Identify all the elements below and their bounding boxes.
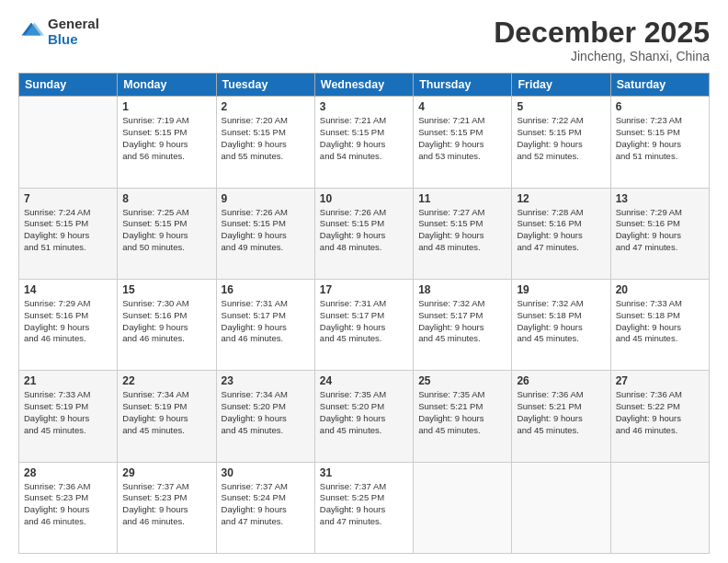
cell-content: Sunrise: 7:36 AM Sunset: 5:23 PM Dayligh… <box>24 481 112 528</box>
day-number: 22 <box>122 374 210 387</box>
calendar-cell: 16Sunrise: 7:31 AM Sunset: 5:17 PM Dayli… <box>216 279 314 370</box>
calendar-cell: 28Sunrise: 7:36 AM Sunset: 5:23 PM Dayli… <box>19 462 118 553</box>
day-number: 20 <box>616 283 704 296</box>
cell-content: Sunrise: 7:31 AM Sunset: 5:17 PM Dayligh… <box>320 298 408 345</box>
logo: General Blue <box>18 17 99 47</box>
day-number: 18 <box>418 283 506 296</box>
calendar-cell: 4Sunrise: 7:21 AM Sunset: 5:15 PM Daylig… <box>414 97 512 188</box>
calendar-cell: 30Sunrise: 7:37 AM Sunset: 5:24 PM Dayli… <box>216 462 314 553</box>
month-title: December 2025 <box>494 17 710 49</box>
calendar-cell: 15Sunrise: 7:30 AM Sunset: 5:16 PM Dayli… <box>118 279 216 370</box>
day-number: 3 <box>320 100 408 113</box>
calendar-cell: 23Sunrise: 7:34 AM Sunset: 5:20 PM Dayli… <box>216 371 314 462</box>
calendar-cell: 6Sunrise: 7:23 AM Sunset: 5:15 PM Daylig… <box>610 97 709 188</box>
day-number: 1 <box>122 100 210 113</box>
cell-content: Sunrise: 7:21 AM Sunset: 5:15 PM Dayligh… <box>320 115 408 162</box>
calendar-cell: 2Sunrise: 7:20 AM Sunset: 5:15 PM Daylig… <box>216 97 314 188</box>
week-row-4: 21Sunrise: 7:33 AM Sunset: 5:19 PM Dayli… <box>19 371 710 462</box>
day-number: 19 <box>517 283 605 296</box>
day-number: 10 <box>320 192 408 205</box>
cell-content: Sunrise: 7:36 AM Sunset: 5:21 PM Dayligh… <box>517 389 605 436</box>
cell-content: Sunrise: 7:26 AM Sunset: 5:15 PM Dayligh… <box>320 207 408 254</box>
calendar-cell: 24Sunrise: 7:35 AM Sunset: 5:20 PM Dayli… <box>314 371 413 462</box>
calendar-cell: 8Sunrise: 7:25 AM Sunset: 5:15 PM Daylig… <box>118 188 216 279</box>
calendar-cell: 19Sunrise: 7:32 AM Sunset: 5:18 PM Dayli… <box>512 279 610 370</box>
day-number: 27 <box>616 374 704 387</box>
header-day-tuesday: Tuesday <box>216 74 314 97</box>
day-number: 12 <box>517 192 605 205</box>
cell-content: Sunrise: 7:33 AM Sunset: 5:18 PM Dayligh… <box>616 298 704 345</box>
cell-content: Sunrise: 7:20 AM Sunset: 5:15 PM Dayligh… <box>222 115 310 162</box>
cell-content: Sunrise: 7:36 AM Sunset: 5:22 PM Dayligh… <box>616 389 704 436</box>
calendar-cell: 25Sunrise: 7:35 AM Sunset: 5:21 PM Dayli… <box>414 371 512 462</box>
day-number: 8 <box>122 192 210 205</box>
cell-content: Sunrise: 7:30 AM Sunset: 5:16 PM Dayligh… <box>122 298 210 345</box>
calendar-cell: 18Sunrise: 7:32 AM Sunset: 5:17 PM Dayli… <box>414 279 512 370</box>
cell-content: Sunrise: 7:34 AM Sunset: 5:20 PM Dayligh… <box>222 389 310 436</box>
week-row-3: 14Sunrise: 7:29 AM Sunset: 5:16 PM Dayli… <box>19 279 710 370</box>
calendar-cell: 11Sunrise: 7:27 AM Sunset: 5:15 PM Dayli… <box>414 188 512 279</box>
calendar-cell: 20Sunrise: 7:33 AM Sunset: 5:18 PM Dayli… <box>610 279 709 370</box>
cell-content: Sunrise: 7:34 AM Sunset: 5:19 PM Dayligh… <box>122 389 210 436</box>
day-number: 4 <box>418 100 506 113</box>
day-number: 7 <box>24 192 112 205</box>
cell-content: Sunrise: 7:19 AM Sunset: 5:15 PM Dayligh… <box>122 115 210 162</box>
day-number: 17 <box>320 283 408 296</box>
day-number: 14 <box>24 283 112 296</box>
calendar-cell <box>610 462 709 553</box>
header: General Blue December 2025 Jincheng, Sha… <box>18 17 710 63</box>
day-number: 9 <box>222 192 310 205</box>
cell-content: Sunrise: 7:35 AM Sunset: 5:20 PM Dayligh… <box>320 389 408 436</box>
day-number: 30 <box>222 466 310 479</box>
header-day-sunday: Sunday <box>19 74 118 97</box>
cell-content: Sunrise: 7:31 AM Sunset: 5:17 PM Dayligh… <box>222 298 310 345</box>
day-number: 29 <box>122 466 210 479</box>
cell-content: Sunrise: 7:37 AM Sunset: 5:23 PM Dayligh… <box>122 481 210 528</box>
calendar-cell: 29Sunrise: 7:37 AM Sunset: 5:23 PM Dayli… <box>118 462 216 553</box>
calendar-cell: 5Sunrise: 7:22 AM Sunset: 5:15 PM Daylig… <box>512 97 610 188</box>
calendar-cell: 10Sunrise: 7:26 AM Sunset: 5:15 PM Dayli… <box>314 188 413 279</box>
calendar-cell: 27Sunrise: 7:36 AM Sunset: 5:22 PM Dayli… <box>610 371 709 462</box>
week-row-2: 7Sunrise: 7:24 AM Sunset: 5:15 PM Daylig… <box>19 188 710 279</box>
calendar-cell: 22Sunrise: 7:34 AM Sunset: 5:19 PM Dayli… <box>118 371 216 462</box>
calendar-cell: 9Sunrise: 7:26 AM Sunset: 5:15 PM Daylig… <box>216 188 314 279</box>
header-day-thursday: Thursday <box>414 74 512 97</box>
logo-general: General <box>48 17 99 32</box>
cell-content: Sunrise: 7:35 AM Sunset: 5:21 PM Dayligh… <box>418 389 506 436</box>
title-block: December 2025 Jincheng, Shanxi, China <box>494 17 710 63</box>
day-number: 21 <box>24 374 112 387</box>
cell-content: Sunrise: 7:25 AM Sunset: 5:15 PM Dayligh… <box>122 207 210 254</box>
calendar-cell: 3Sunrise: 7:21 AM Sunset: 5:15 PM Daylig… <box>314 97 413 188</box>
cell-content: Sunrise: 7:21 AM Sunset: 5:15 PM Dayligh… <box>418 115 506 162</box>
cell-content: Sunrise: 7:24 AM Sunset: 5:15 PM Dayligh… <box>24 207 112 254</box>
header-row: SundayMondayTuesdayWednesdayThursdayFrid… <box>19 74 710 97</box>
calendar-cell <box>512 462 610 553</box>
logo-blue: Blue <box>48 32 99 48</box>
week-row-1: 1Sunrise: 7:19 AM Sunset: 5:15 PM Daylig… <box>19 97 710 188</box>
calendar-cell <box>19 97 118 188</box>
logo-text: General Blue <box>48 17 99 47</box>
cell-content: Sunrise: 7:32 AM Sunset: 5:17 PM Dayligh… <box>418 298 506 345</box>
header-day-wednesday: Wednesday <box>314 74 413 97</box>
location: Jincheng, Shanxi, China <box>494 49 710 63</box>
calendar-cell: 17Sunrise: 7:31 AM Sunset: 5:17 PM Dayli… <box>314 279 413 370</box>
calendar-cell: 1Sunrise: 7:19 AM Sunset: 5:15 PM Daylig… <box>118 97 216 188</box>
day-number: 26 <box>517 374 605 387</box>
day-number: 15 <box>122 283 210 296</box>
cell-content: Sunrise: 7:22 AM Sunset: 5:15 PM Dayligh… <box>517 115 605 162</box>
day-number: 23 <box>222 374 310 387</box>
day-number: 2 <box>222 100 310 113</box>
calendar-cell: 13Sunrise: 7:29 AM Sunset: 5:16 PM Dayli… <box>610 188 709 279</box>
day-number: 13 <box>616 192 704 205</box>
header-day-monday: Monday <box>118 74 216 97</box>
day-number: 28 <box>24 466 112 479</box>
calendar-cell: 12Sunrise: 7:28 AM Sunset: 5:16 PM Dayli… <box>512 188 610 279</box>
header-day-saturday: Saturday <box>610 74 709 97</box>
calendar-cell: 26Sunrise: 7:36 AM Sunset: 5:21 PM Dayli… <box>512 371 610 462</box>
week-row-5: 28Sunrise: 7:36 AM Sunset: 5:23 PM Dayli… <box>19 462 710 553</box>
cell-content: Sunrise: 7:32 AM Sunset: 5:18 PM Dayligh… <box>517 298 605 345</box>
cell-content: Sunrise: 7:37 AM Sunset: 5:25 PM Dayligh… <box>320 481 408 528</box>
cell-content: Sunrise: 7:26 AM Sunset: 5:15 PM Dayligh… <box>222 207 310 254</box>
day-number: 5 <box>517 100 605 113</box>
calendar-cell: 7Sunrise: 7:24 AM Sunset: 5:15 PM Daylig… <box>19 188 118 279</box>
